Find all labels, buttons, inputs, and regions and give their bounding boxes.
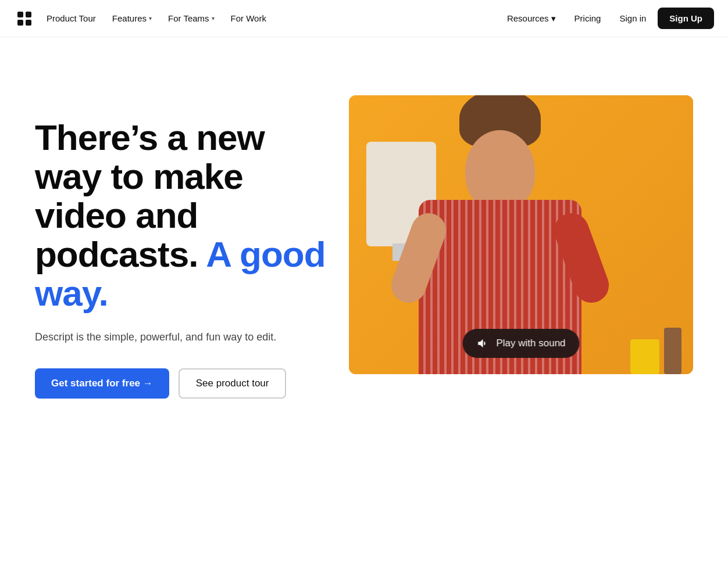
play-sound-button[interactable]: Play with sound (462, 329, 579, 358)
for-teams-chevron-icon: ▾ (212, 15, 215, 21)
resources-chevron-icon: ▾ (551, 13, 556, 24)
play-sound-label: Play with sound (496, 338, 565, 349)
logo[interactable] (14, 8, 35, 29)
person-head (465, 130, 535, 211)
svg-rect-0 (17, 12, 23, 17)
nav-left-links: Product Tour Features ▾ For Teams ▾ For … (40, 9, 500, 28)
nav-sign-up[interactable]: Sign Up (658, 8, 714, 29)
main-content: There’s a new way to make video and podc… (0, 37, 728, 581)
svg-rect-2 (17, 20, 23, 26)
hero-video: Play with sound (349, 95, 693, 374)
hero-left: There’s a new way to make video and podc… (35, 95, 326, 399)
hero-heading: There’s a new way to make video and podc… (35, 119, 326, 313)
nav-pricing[interactable]: Pricing (568, 9, 608, 28)
desk-item-yellow (630, 339, 659, 374)
svg-rect-3 (26, 20, 31, 26)
nav-right-links: Resources ▾ Pricing Sign in Sign Up (500, 8, 714, 29)
hero-subtext: Descript is the simple, powerful, and fu… (35, 329, 326, 345)
nav-features[interactable]: Features ▾ (105, 9, 159, 28)
features-chevron-icon: ▾ (149, 15, 152, 21)
desk-item-brown (664, 328, 681, 374)
nav-for-teams[interactable]: For Teams ▾ (161, 9, 222, 28)
hero-video-placeholder: Play with sound (349, 95, 693, 374)
sound-icon (476, 337, 489, 350)
nav-resources[interactable]: Resources ▾ (500, 9, 563, 28)
nav-sign-in[interactable]: Sign in (612, 9, 653, 28)
nav-for-work[interactable]: For Work (224, 9, 273, 28)
desk-items (630, 328, 681, 374)
see-product-tour-button[interactable]: See product tour (179, 368, 287, 399)
svg-rect-1 (26, 12, 31, 17)
nav-product-tour[interactable]: Product Tour (40, 9, 103, 28)
get-started-button[interactable]: Get started for free → (35, 368, 169, 399)
hero-buttons: Get started for free → See product tour (35, 368, 326, 399)
navigation: Product Tour Features ▾ For Teams ▾ For … (0, 0, 728, 37)
